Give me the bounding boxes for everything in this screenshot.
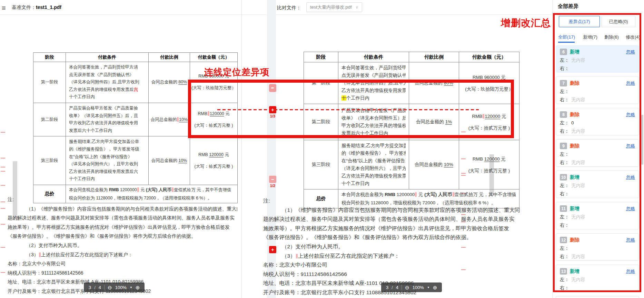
pen-icon[interactable]: ✒ — [269, 84, 276, 92]
diff-left-value: 左：无内容 — [560, 214, 635, 220]
diff-type-label: 新增 — [570, 268, 579, 275]
diff-card-header: 13新增忽略 — [560, 268, 635, 275]
text-segment: 纳税人识别号：9111124586142566 — [263, 271, 347, 277]
page-separator: / — [94, 285, 96, 290]
tab-diff-points[interactable]: 差异点(17) — [559, 16, 600, 27]
diff-type-label: 删除 — [570, 112, 579, 118]
diff-card[interactable]: 6新增忽略左：无内容右： — [556, 45, 639, 73]
note-line: 施效果等）。甲方将根据乙方实施服务的情况对《维护评估报告》出具评估意见，即甲方验… — [263, 224, 539, 233]
base-file-name: test1_1.pdf — [36, 4, 61, 10]
diff-card-header: 9删除忽略 — [560, 143, 635, 149]
note-line: 纳税人识别号：9111124586142566 — [8, 268, 237, 278]
text-segment: RMB — [198, 152, 209, 157]
caret-down-icon[interactable]: ▼ — [427, 286, 430, 289]
expand-diff-button[interactable]: + — [269, 246, 276, 253]
tab-ignored[interactable]: 已忽略(0) — [602, 16, 635, 27]
expand-diff-button[interactable]: + — [269, 106, 276, 113]
compare-file-label: 比对文件： — [277, 5, 301, 11]
diff-card[interactable]: 10新增忽略左：无内容右： — [556, 171, 639, 198]
amount-cell: RMB 960000 元(大写：玖拾陆万元整） — [459, 62, 519, 104]
pdf-compare-app: ≡ 基准文件：test1_1.pdf 比对文件： test大量内容修改.pdf … — [0, 0, 644, 298]
text-segment: （3） — [26, 252, 39, 257]
text-segment: （3） — [282, 253, 296, 259]
note-line: 《服务评估报告》。《维护服务报告》和《服务评估报告》将作为双方后续合作的依据。 — [8, 232, 237, 241]
panel-scrollbar[interactable] — [641, 115, 643, 165]
diff-card[interactable]: 13新增忽略左：无内容右： — [556, 265, 639, 292]
ignore-link[interactable]: 忽略 — [626, 49, 635, 55]
menu-icon[interactable]: ≡ — [2, 4, 6, 12]
note-line: 注: — [8, 195, 237, 204]
collapse-diff-button[interactable]: − — [269, 176, 276, 183]
note-line: 题的解决过程表述、服务中问题及其对策安排等（需包含各项服务活动的具体时间、服务人… — [263, 215, 539, 224]
text-segment: 服务期结束,乙方向甲方提交加盖公章 — [69, 139, 139, 144]
diff-right-value: 右：无内容 — [560, 128, 635, 134]
diff-type-label: 新增 — [570, 49, 579, 55]
filter-deleted[interactable]: 删除(6) — [604, 34, 619, 40]
page-current[interactable]: 3 — [386, 285, 388, 290]
text-segment: 元 — [139, 187, 146, 192]
text-segment: 合同总金额的 — [151, 158, 178, 163]
text-segment: 壹佰贰拾万 元，其中不含增值 — [174, 187, 231, 192]
condition-line: 甲方收到乙方依法开具的增值税专用 — [341, 122, 406, 130]
zoom-out-icon[interactable]: ⊖ — [108, 285, 112, 290]
side-label: 右： — [560, 254, 569, 259]
ignore-link[interactable]: 忽略 — [626, 268, 635, 275]
side-content: 无内容 — [571, 277, 585, 282]
ignore-link[interactable]: 忽略 — [626, 174, 635, 181]
zoom-in-icon[interactable]: ⊕ — [136, 285, 140, 290]
filter-added[interactable]: 新增(7) — [583, 34, 597, 40]
base-file-caption: 基准文件： — [12, 4, 36, 10]
caret-down-icon[interactable]: ▼ — [130, 286, 132, 289]
text-segment: （2）支付币种为人民币。 — [26, 243, 82, 248]
text-segment: 十 — [341, 95, 346, 101]
diff-card[interactable]: 9删除忽略左：右：无内容 — [556, 139, 639, 167]
ignore-link[interactable]: 忽略 — [626, 112, 635, 118]
text-segment: 产品安装合格甲方签发《产品质量验 — [69, 106, 138, 111]
compare-file-select[interactable]: test大量内容修改.pdf ∨ — [306, 2, 362, 12]
text-segment: RMB 960000 元 — [473, 75, 506, 80]
filter-modified[interactable]: 修改(4) — [626, 34, 640, 40]
ignore-link[interactable]: 忽略 — [626, 206, 635, 212]
side-content: 无内容 — [571, 160, 585, 165]
side-content: 无内容 — [571, 254, 585, 259]
text-segment — [39, 253, 41, 257]
text-segment: (大写：拾贰万元整 ) — [195, 164, 233, 169]
condition-line: 在“合格”以上的《服务评估报告》 — [69, 153, 145, 161]
diff-right-value: 右： — [560, 222, 635, 228]
stage-cell: 第三阶段 — [33, 136, 66, 185]
side-label: 右： — [560, 285, 569, 290]
diff-connector-line — [217, 109, 479, 110]
zoom-in-icon[interactable]: ⊕ — [433, 285, 437, 290]
diff-card[interactable]: 12删除忽略左：右：无内容 — [556, 233, 639, 261]
diff-index-badge: 7 — [560, 80, 567, 86]
page-current[interactable]: 3 — [89, 285, 91, 290]
diff-index-badge: 9 — [560, 143, 567, 149]
amount-cell: RMB 120000 元(大写：拾贰万元整 ) — [190, 136, 238, 185]
toolbar-divider — [104, 285, 105, 290]
text-segment: 10% — [179, 117, 188, 122]
diff-card[interactable]: 7删除忽略左：右：无内容 — [556, 76, 639, 104]
diff-card[interactable]: 11新增忽略左：无内容右： — [556, 202, 639, 229]
text-segment: 1% — [445, 119, 452, 124]
text-segment: 本合同含税总金额为 — [69, 187, 109, 192]
diff-left-value: 左：无内容 — [560, 183, 635, 189]
table-header-cell: 阶段 — [33, 53, 66, 62]
text-segment: (大写：拾贰万元整 ) — [468, 168, 510, 173]
ignore-link[interactable]: 忽略 — [626, 143, 635, 149]
diff-index-badge: 8 — [560, 111, 567, 118]
note-line: （3）上述付款应付至乙方在此指定的下述账户： — [263, 251, 539, 261]
text-segment: 乙方依法开具的增值税专用发票后六 — [341, 173, 406, 178]
header-divider — [0, 14, 552, 15]
text-segment — [483, 114, 484, 119]
diff-card[interactable]: 14删除忽略左：右：无内容 — [556, 296, 639, 298]
condition-line: 在“合格”以上的《服务评估报告》 — [341, 157, 406, 165]
ignore-link[interactable]: 忽略 — [626, 80, 635, 86]
zoom-out-icon[interactable]: ⊖ — [405, 285, 409, 290]
diff-card[interactable]: 8删除忽略左：0右：无内容 — [556, 108, 639, 135]
text-segment: 《服务评估报告》。《维护服务报告》和《服务评估报告》将作为双方后续合作的依据。 — [263, 234, 472, 240]
filter-all[interactable]: 全部(17) — [558, 34, 575, 40]
note-line: （3）上述付款应付至乙方在此指定的下述账户： — [8, 250, 237, 259]
note-line: （1）《维护服务报告》内容应当包括服务期间的与合同相关条款对应的各项服务活动的描… — [8, 204, 237, 214]
text-segment: 收单》（详见本合同附件五）后，且 — [341, 115, 406, 121]
ignore-link[interactable]: 忽略 — [626, 237, 635, 243]
